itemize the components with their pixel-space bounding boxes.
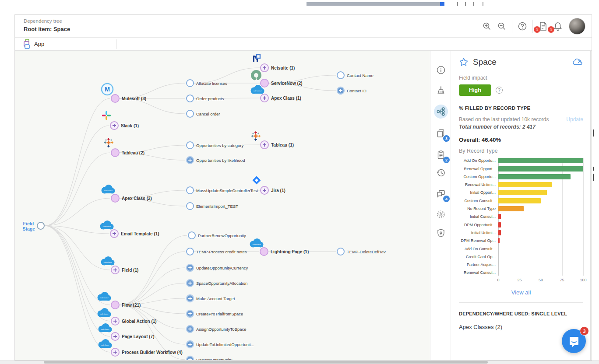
chart-bar[interactable] bbox=[498, 190, 547, 195]
favorite-star-icon[interactable] bbox=[459, 57, 469, 67]
tree-node-processbuilder[interactable]: Process Builder Workflow (4) bbox=[111, 348, 183, 356]
tree-node-opplike[interactable]: Opportunities by likelihood bbox=[187, 157, 245, 164]
tree-node-apexclass1[interactable]: Apex Class (1) bbox=[261, 94, 301, 102]
tree-node-elementsimport[interactable]: ElementsImport_TEST bbox=[187, 203, 238, 210]
shield-icon bbox=[436, 228, 446, 238]
zoom-out-button[interactable] bbox=[494, 19, 509, 34]
tree-node-tempdelete[interactable]: TEMP-DeleteDefRev bbox=[337, 248, 386, 255]
chart-bar[interactable] bbox=[498, 166, 583, 172]
tab-comments[interactable]: 4 bbox=[434, 187, 448, 201]
zoom-in-button[interactable] bbox=[479, 19, 494, 34]
tab-requirements[interactable]: 2 bbox=[434, 148, 448, 162]
chart-bar[interactable] bbox=[498, 174, 571, 179]
horizontal-scrollbar-thumb[interactable] bbox=[44, 361, 488, 364]
release-notes-badge: 1 bbox=[534, 26, 540, 33]
tree-node-lightningpage[interactable]: Lightning Page (1) bbox=[260, 248, 309, 256]
tree-node-pagelayout[interactable]: Page Layout (7) bbox=[111, 332, 154, 340]
tab-security[interactable] bbox=[434, 226, 448, 240]
user-avatar[interactable] bbox=[569, 18, 585, 35]
top-tick-mark bbox=[465, 2, 466, 6]
tree-node-apexclass2[interactable]: Apex Class (2) bbox=[111, 194, 152, 202]
tab-cleanup[interactable] bbox=[434, 84, 448, 98]
tree-edge bbox=[45, 226, 110, 336]
tree-node-assignopp[interactable]: AssignOpportunityToSpace bbox=[187, 326, 247, 332]
panel-icon-rail: 3 2 bbox=[430, 51, 451, 360]
chart-bar[interactable] bbox=[498, 230, 501, 235]
svg-text:ConvertOpportunity: ConvertOpportunity bbox=[196, 357, 233, 360]
tree-node-jira1[interactable]: Jira (1) bbox=[261, 186, 285, 194]
svg-text:ElementsImport_TEST: ElementsImport_TEST bbox=[196, 204, 238, 209]
tree-node-root[interactable]: Field Stage bbox=[22, 221, 44, 231]
dependency-tree-graph[interactable]: M salesforce salesforce salesforce sales… bbox=[15, 51, 430, 360]
tab-fingerprint[interactable] bbox=[434, 207, 448, 221]
chart-bar[interactable] bbox=[498, 238, 500, 243]
tab-info[interactable] bbox=[434, 63, 448, 77]
by-record-type-label: By Record Type bbox=[459, 148, 583, 154]
app-button[interactable]: App bbox=[23, 39, 44, 49]
app-button-label: App bbox=[34, 41, 44, 47]
salesforce-logo-icon: salesforce bbox=[101, 256, 115, 266]
tree-node-updatetounlim[interactable]: UpdateToUnlimitedOpportunit... bbox=[187, 341, 254, 348]
details-panel: 3 2 bbox=[430, 51, 591, 360]
salesforce-logo-icon: salesforce bbox=[99, 339, 112, 348]
notifications-badge: 1 bbox=[548, 26, 554, 33]
tree-node-updateoppcur[interactable]: UpdateOpportunityCurrency bbox=[187, 264, 248, 271]
tree-node-slack[interactable]: Slack (1) bbox=[110, 122, 139, 130]
tree-node-servicenow[interactable]: ServiceNow (2) bbox=[261, 79, 303, 87]
chart-category-label: DPM Opportunit... bbox=[459, 223, 496, 227]
tree-node-orderprod[interactable]: Order products bbox=[187, 95, 224, 102]
svg-text:Netsuite (1): Netsuite (1) bbox=[271, 66, 295, 70]
dependency-tree-canvas[interactable]: M salesforce salesforce salesforce sales… bbox=[15, 51, 592, 360]
update-link[interactable]: Update bbox=[566, 116, 583, 122]
tree-node-partnerrenew[interactable]: PartnerRenewOpportunity bbox=[188, 232, 246, 239]
svg-text:MassUpdateSimpleControllerTest: MassUpdateSimpleControllerTest bbox=[196, 188, 258, 193]
apex-classes-item[interactable]: Apex Classes (2) bbox=[459, 324, 583, 330]
tree-node-netsuite[interactable]: Netsuite (1) bbox=[261, 64, 295, 72]
svg-text:Process Builder Workflow (4): Process Builder Workflow (4) bbox=[122, 350, 183, 355]
chart-bar[interactable] bbox=[498, 206, 524, 211]
chart-row: Add On Consult... bbox=[498, 246, 583, 252]
impact-high-badge[interactable]: High bbox=[459, 84, 491, 96]
tree-node-convertopp[interactable]: ConvertOpportunity bbox=[187, 356, 233, 360]
tree-node-field1[interactable]: Field (1) bbox=[111, 266, 138, 274]
tree-node-globalaction[interactable]: Global Action (1) bbox=[111, 317, 157, 325]
notifications-button[interactable]: 1 bbox=[550, 19, 565, 34]
chart-bar[interactable] bbox=[498, 222, 501, 228]
tree-node-tableau1[interactable]: Tableau (1) bbox=[261, 141, 294, 149]
chart-bar[interactable] bbox=[498, 182, 552, 187]
total-records-text: Total number of records: 2 417 bbox=[459, 124, 583, 130]
tree-edge bbox=[119, 252, 185, 305]
tree-node-tableau[interactable]: Tableau (2) bbox=[111, 149, 144, 157]
chart-bar[interactable] bbox=[498, 214, 501, 219]
tree-node-spaceoppalloc[interactable]: SpaceOpportunityAllocation bbox=[187, 280, 247, 287]
slack-logo-icon bbox=[102, 111, 111, 120]
tree-node-alloclic[interactable]: Allocate licenses bbox=[187, 80, 227, 87]
tree-node-makeacct[interactable]: Make Account Target bbox=[187, 295, 235, 302]
tree-node-contactname[interactable]: Contact Name bbox=[337, 72, 373, 79]
tree-node-massupdate[interactable]: MassUpdateSimpleControllerTest bbox=[187, 187, 258, 194]
chart-bar[interactable] bbox=[498, 198, 541, 203]
record-type-bar-chart: Add On Opportu...Renewal Opport...Custom… bbox=[459, 158, 583, 284]
chart-category-label: Renewal Unlimi... bbox=[459, 182, 496, 187]
help-button[interactable] bbox=[515, 19, 530, 34]
svg-text:UpdateToUnlimitedOpportunit...: UpdateToUnlimitedOpportunit... bbox=[196, 342, 254, 347]
chart-category-label: DPM Renewal Op... bbox=[459, 238, 496, 243]
tree-node-emailtemplate[interactable]: Email Template (1) bbox=[110, 230, 159, 238]
tree-node-mulesoft[interactable]: Mulesoft (3) bbox=[111, 94, 146, 102]
svg-text:Cancel order: Cancel order bbox=[196, 112, 220, 116]
chart-category-label: Custom Opportu... bbox=[459, 175, 496, 179]
root-item-label: Root item: Space bbox=[24, 26, 70, 32]
tree-node-contactid[interactable]: Contact ID bbox=[337, 87, 366, 94]
broom-icon bbox=[436, 86, 446, 95]
tab-documents[interactable]: 3 bbox=[434, 126, 448, 140]
impact-help-icon[interactable]: ? bbox=[496, 87, 503, 94]
chart-bar[interactable] bbox=[498, 158, 583, 163]
tab-history[interactable] bbox=[434, 166, 448, 180]
chart-row: Add On Opportu... bbox=[498, 158, 583, 164]
tab-dependency-tree[interactable] bbox=[434, 105, 448, 119]
tree-node-cancelorder[interactable]: Cancel order bbox=[187, 110, 220, 117]
tree-node-createprotrial[interactable]: CreateProTrialfromSpace bbox=[187, 310, 243, 317]
view-all-link[interactable]: View all bbox=[459, 289, 583, 296]
salesforce-logo-icon: salesforce bbox=[100, 220, 114, 230]
open-in-salesforce-icon[interactable] bbox=[572, 57, 583, 67]
